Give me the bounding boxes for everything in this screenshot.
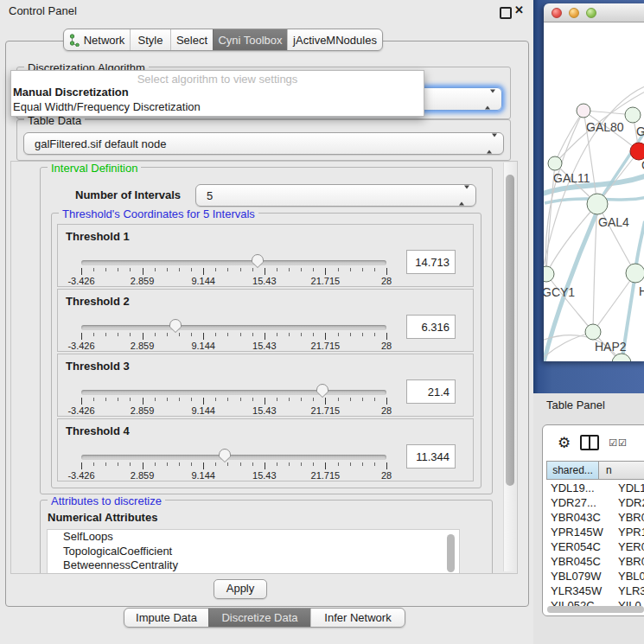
- attribute-item-topologicalcoefficient[interactable]: TopologicalCoefficient: [48, 545, 459, 559]
- table-row[interactable]: YLR345WYLR3: [546, 583, 644, 598]
- cell-shared-name: YDR27...: [546, 496, 613, 509]
- tick-mark: [289, 398, 290, 401]
- tick-label: 15.43: [252, 470, 277, 481]
- tab-jactivemnodules[interactable]: jActiveMNodules: [287, 29, 382, 50]
- attribute-item-betweennesscentrality[interactable]: BetweennessCentrality: [48, 558, 459, 573]
- network-node-gal80[interactable]: [577, 104, 590, 118]
- tick-mark: [179, 398, 180, 401]
- tab-impute-data[interactable]: Impute Data: [124, 609, 208, 627]
- scrollbar-thumb[interactable]: [547, 606, 644, 613]
- table-row[interactable]: YDR27...YDR2: [546, 495, 644, 510]
- tab-select[interactable]: Select: [170, 29, 213, 50]
- slider-track[interactable]: [81, 325, 386, 330]
- tick-mark: [81, 268, 82, 275]
- threshold-label: Threshold 3: [66, 360, 130, 373]
- zoom-traffic-light-icon[interactable]: [586, 8, 596, 18]
- slider-handle[interactable]: [169, 318, 182, 334]
- network-node-gal4[interactable]: [587, 194, 608, 214]
- tab-discretize-data[interactable]: Discretize Data: [208, 609, 310, 627]
- table-row[interactable]: YER054CYER0: [546, 539, 644, 554]
- network-edge[interactable]: [597, 204, 635, 273]
- network-node-h[interactable]: [626, 264, 644, 283]
- horizontal-scrollbar[interactable]: [547, 606, 644, 613]
- threshold-value-field[interactable]: 14.713: [406, 250, 456, 274]
- close-icon[interactable]: ✕: [514, 3, 524, 16]
- cell-shared-name: YBR043C: [546, 511, 613, 524]
- stepper-icon: [485, 92, 495, 105]
- scrollbar-thumb[interactable]: [506, 175, 514, 486]
- table-row[interactable]: YDL19...YDL1: [546, 481, 644, 495]
- table-row[interactable]: YBR043CYBR0: [546, 510, 644, 525]
- dropdown-option-manual-discretization[interactable]: Manual Discretization: [11, 86, 424, 100]
- vertical-scrollbar[interactable]: [503, 163, 516, 571]
- tick-mark: [313, 398, 314, 401]
- tab-infer-network[interactable]: Infer Network: [310, 609, 405, 627]
- tick-mark: [81, 462, 82, 469]
- attribute-item-selfloops[interactable]: SelfLoops: [48, 530, 459, 545]
- gear-icon[interactable]: ⚙: [558, 436, 571, 450]
- tab-label: Cyni Toolbox: [218, 34, 282, 47]
- slider-handle[interactable]: [251, 253, 265, 269]
- slider-track[interactable]: [81, 260, 386, 265]
- network-node-gal11[interactable]: [548, 156, 562, 170]
- tick-label: 21.715: [311, 341, 341, 351]
- tick-mark: [350, 268, 351, 271]
- tick-mark: [240, 268, 241, 271]
- network-node-gcy1[interactable]: [544, 266, 554, 282]
- tab-cyni-toolbox[interactable]: Cyni Toolbox: [213, 29, 287, 50]
- column-header-n[interactable]: n: [599, 461, 644, 480]
- tab-label: Network: [84, 34, 125, 47]
- table-row[interactable]: YIL052CYIL0: [546, 598, 644, 606]
- tick-mark: [215, 268, 216, 271]
- slider-handle[interactable]: [218, 448, 232, 463]
- top-tab-bar: NetworkStyleSelectCyni ToolboxjActiveMNo…: [63, 29, 383, 51]
- tick-mark: [105, 398, 106, 401]
- tick-mark: [118, 398, 118, 401]
- network-node-hap2[interactable]: [585, 324, 601, 340]
- threshold-list: Threshold 1-3.4262.8599.14415.4321.71528…: [57, 224, 474, 483]
- threshold-panel: Threshold 2-3.4262.8599.14415.4321.71528…: [57, 289, 474, 352]
- network-edge[interactable]: [546, 204, 597, 274]
- tick-mark: [325, 333, 326, 340]
- network-canvas[interactable]: GAL80GACGAL11GAL4GCY1HHAP2: [544, 22, 644, 361]
- tab-network[interactable]: Network: [64, 29, 130, 50]
- table-row[interactable]: YPR145WYPR1: [546, 525, 644, 539]
- tick-mark: [301, 268, 302, 271]
- table-row[interactable]: YBR045CYBR0: [546, 554, 644, 569]
- network-node-c[interactable]: [630, 143, 644, 160]
- table-data-combobox[interactable]: galFiltered.sif default node: [23, 132, 504, 155]
- tick-mark: [155, 268, 156, 271]
- tab-style[interactable]: Style: [130, 29, 170, 50]
- list-scrollbar-thumb[interactable]: [447, 534, 455, 572]
- threshold-value-field[interactable]: 11.344: [406, 444, 456, 469]
- slider-handle[interactable]: [316, 383, 329, 399]
- apply-button[interactable]: Apply: [214, 579, 267, 599]
- threshold-value-field[interactable]: 6.316: [406, 315, 456, 339]
- table-panel-title: Table Panel: [546, 399, 605, 411]
- slider-track[interactable]: [81, 455, 386, 460]
- tick-mark: [81, 333, 82, 340]
- tick-mark: [143, 462, 143, 469]
- float-window-icon[interactable]: [500, 7, 512, 19]
- close-traffic-light-icon[interactable]: [552, 8, 562, 18]
- minimize-traffic-light-icon[interactable]: [569, 8, 579, 18]
- threshold-panel: Threshold 3-3.4262.8599.14415.4321.71528…: [57, 354, 474, 417]
- intervals-combobox[interactable]: 5: [195, 184, 476, 207]
- slider-track[interactable]: [81, 390, 386, 395]
- network-node[interactable]: [612, 354, 631, 361]
- tick-mark: [167, 333, 168, 336]
- threshold-value-field[interactable]: 21.4: [406, 379, 456, 404]
- table-row[interactable]: YBL079WYBL0: [546, 569, 644, 583]
- tick-mark: [155, 398, 156, 401]
- tick-mark: [362, 398, 363, 401]
- split-view-icon[interactable]: [580, 435, 599, 450]
- tick-mark: [374, 268, 375, 271]
- column-header-shared-[interactable]: shared...: [546, 461, 599, 480]
- tick-mark: [350, 333, 351, 336]
- dropdown-option-equal-width-frequency-discretization[interactable]: Equal Width/Frequency Discretization: [11, 100, 424, 115]
- network-node-ga[interactable]: [625, 107, 641, 123]
- tick-mark: [374, 462, 375, 466]
- tick-mark: [325, 462, 326, 469]
- select-columns-icon[interactable]: ☑☑: [609, 437, 628, 449]
- tick-mark: [386, 398, 387, 405]
